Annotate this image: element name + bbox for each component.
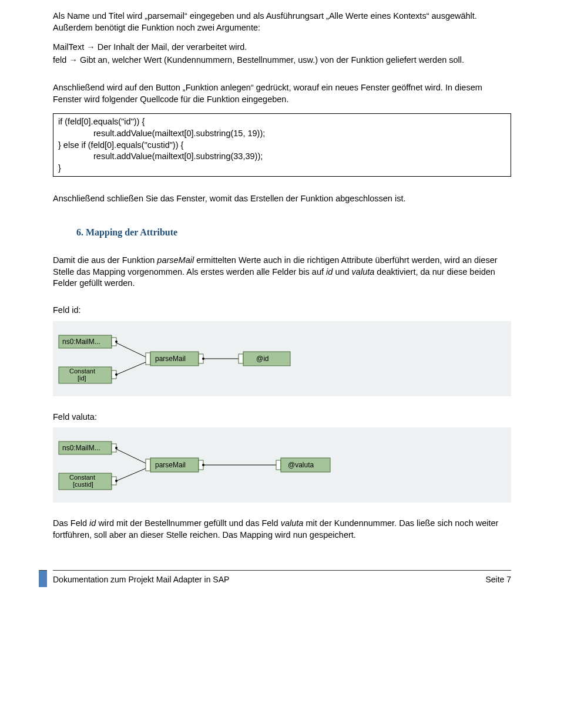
- code-line-5: }: [58, 163, 61, 173]
- code-line-3: } else if (feld[0].equals("custid")) {: [58, 140, 183, 150]
- svg-point-12: [115, 373, 118, 376]
- italic-text: valuta: [352, 267, 375, 277]
- svg-point-33: [115, 480, 118, 482]
- svg-rect-18: [239, 354, 243, 363]
- code-line-2: result.addValue(mailtext[0].substring(15…: [58, 128, 506, 140]
- svg-text:ns0:MailM...: ns0:MailM...: [62, 338, 100, 346]
- svg-rect-13: [146, 353, 150, 365]
- text: Das Feld: [53, 518, 89, 528]
- svg-line-21: [115, 449, 147, 464]
- paragraph-intro: Als Name und Titel wird „parsemail“ eing…: [53, 11, 511, 33]
- argument-1: MailText → Der Inhalt der Mail, der vera…: [53, 42, 511, 53]
- svg-line-0: [115, 342, 147, 358]
- label-field-valuta: Feld valuta:: [53, 412, 511, 423]
- svg-text:parseMail: parseMail: [155, 355, 186, 363]
- svg-text:@valuta: @valuta: [288, 461, 314, 469]
- footer-accent: [39, 570, 47, 587]
- section-heading-6: 6. Mapping der Attribute: [76, 226, 511, 239]
- italic-text: id: [89, 518, 96, 528]
- italic-text: id: [326, 267, 333, 277]
- paragraph-5: Das Feld id wird mit der Bestellnummer g…: [53, 518, 511, 541]
- paragraph-3: Anschließend schließen Sie das Fenster, …: [53, 193, 511, 205]
- svg-text:[custid]: [custid]: [73, 481, 93, 488]
- page-footer: Dokumentation zum Projekt Mail Adapter i…: [53, 570, 511, 585]
- paragraph-4: Damit die aus der Funktion parseMail erm…: [53, 255, 511, 289]
- text: Damit die aus der Funktion: [53, 255, 157, 265]
- text: und: [333, 267, 351, 277]
- svg-text:@id: @id: [256, 355, 269, 363]
- code-block: if (feld[0].equals("id")) { result.addVa…: [53, 113, 511, 177]
- svg-text:ns0:MailM...: ns0:MailM...: [62, 444, 100, 452]
- svg-text:Constant: Constant: [69, 474, 95, 481]
- svg-line-1: [115, 362, 147, 375]
- argument-2: feld → Gibt an, welcher Wert (Kundennumm…: [53, 55, 511, 66]
- footer-title: Dokumentation zum Projekt Mail Adapter i…: [53, 574, 229, 585]
- svg-point-17: [202, 358, 204, 360]
- paragraph-2: Anschließend wird auf den Button „Funkti…: [53, 82, 511, 105]
- code-line-4: result.addValue(mailtext[0].substring(33…: [58, 151, 506, 163]
- label-field-id: Feld id:: [53, 305, 511, 316]
- svg-rect-34: [146, 459, 150, 471]
- svg-rect-39: [276, 460, 281, 470]
- svg-text:[id]: [id]: [78, 375, 86, 382]
- italic-text: valuta: [281, 518, 304, 528]
- mapping-diagram-id: ns0:MailM... Constant [id] parseMail @id: [53, 321, 511, 396]
- mapping-diagram-valuta: ns0:MailM... Constant [custid] parseMail…: [53, 427, 511, 503]
- svg-point-6: [115, 341, 118, 343]
- footer-page: Seite 7: [485, 574, 511, 585]
- svg-text:Constant: Constant: [69, 368, 95, 375]
- text: wird mit der Bestellnummer gefüllt und d…: [96, 518, 280, 528]
- svg-line-22: [115, 468, 147, 481]
- svg-point-38: [202, 464, 204, 466]
- svg-text:parseMail: parseMail: [155, 461, 186, 469]
- code-line-1: if (feld[0].equals("id")) {: [58, 117, 145, 126]
- italic-text: parseMail: [157, 255, 194, 265]
- svg-point-27: [115, 447, 118, 449]
